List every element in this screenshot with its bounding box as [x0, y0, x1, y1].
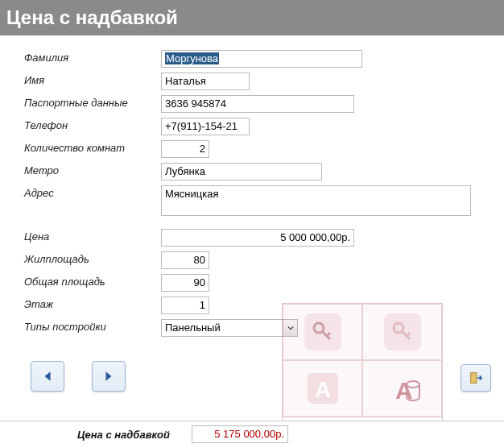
field-living-sq[interactable]: 80	[161, 251, 209, 269]
svg-text:A: A	[314, 377, 330, 402]
door-exit-icon	[469, 371, 483, 385]
label-living-sq: Жилплощадь	[24, 251, 161, 265]
svg-text:A: A	[395, 377, 413, 404]
access-db-icon: A	[382, 368, 423, 409]
label-name: Имя	[24, 73, 161, 86]
selected-text: Моргунова	[165, 52, 219, 64]
prev-record-button[interactable]	[31, 361, 64, 392]
label-price: Цена	[24, 229, 161, 243]
label-passport: Паспортные данные	[24, 95, 161, 109]
build-type-dropdown-button[interactable]	[283, 320, 297, 336]
field-price[interactable]: 5 000 000,00р.	[161, 229, 354, 247]
chevron-down-icon	[287, 325, 294, 331]
label-phone: Телефон	[24, 118, 161, 131]
label-build-type: Типы постройки	[24, 319, 161, 333]
svg-rect-3	[308, 373, 338, 404]
field-passport[interactable]: 3636 945874	[161, 95, 354, 113]
svg-rect-0	[471, 373, 477, 384]
footer-label: Цена с надбавкой	[77, 429, 170, 441]
access-a-icon: A	[303, 368, 343, 409]
svg-point-6	[407, 381, 419, 388]
label-floor: Этаж	[24, 297, 161, 310]
label-rooms: Количество комнат	[24, 140, 161, 154]
label-metro: Метро	[24, 163, 161, 176]
label-address: Адрес	[24, 185, 161, 199]
next-record-button[interactable]	[92, 361, 126, 392]
field-floor[interactable]: 1	[161, 297, 209, 314]
field-build-type[interactable]: Панельный	[161, 319, 298, 337]
field-name[interactable]: Наталья	[161, 73, 250, 90]
label-surname: Фамилия	[24, 50, 161, 64]
label-total-sq: Общая площадь	[24, 274, 161, 288]
record-nav	[31, 361, 126, 392]
triangle-left-icon	[43, 371, 52, 382]
field-rooms[interactable]: 2	[161, 140, 209, 158]
field-address[interactable]: Мясницкая	[161, 185, 471, 216]
close-form-button[interactable]	[461, 364, 491, 392]
field-metro[interactable]: Лубянка	[161, 163, 322, 180]
footer-price-surcharge: 5 175 000,00р.	[192, 425, 288, 443]
form-footer: Цена с надбавкой 5 175 000,00р.	[0, 421, 504, 448]
triangle-right-icon	[104, 371, 114, 382]
form-body: Фамилия Моргунова Имя Наталья Паспортные…	[0, 35, 504, 337]
field-surname[interactable]: Моргунова	[161, 50, 362, 68]
field-phone[interactable]: +7(911)-154-21	[161, 118, 250, 135]
field-total-sq[interactable]: 90	[161, 274, 209, 292]
form-title: Цена с надбавкой	[0, 0, 504, 35]
